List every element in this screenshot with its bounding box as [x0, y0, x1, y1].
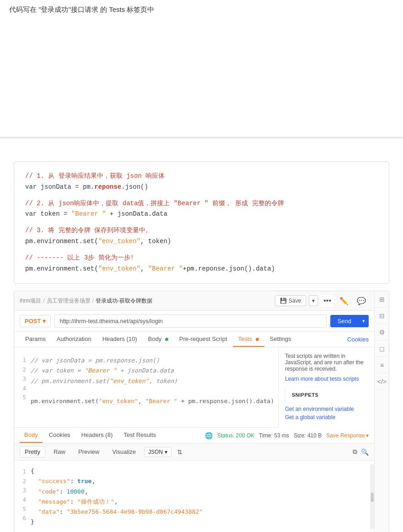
tab-tests-label: Tests [238, 335, 252, 342]
tests-dot [256, 338, 259, 341]
bottom-tab-test-results[interactable]: Test Results [119, 428, 161, 443]
snippets-title: SNIPPETS [285, 387, 381, 403]
side-icon-6[interactable]: </> [375, 373, 389, 390]
save-dropdown-button[interactable]: ▾ [309, 295, 318, 306]
snippet-link-2[interactable]: Get a global variable [285, 414, 368, 420]
article-header: 代码写在 "登录成功"接口请求 的 Tests 标签页中 [0, 0, 403, 18]
edit-icon-button[interactable]: ✏️ [337, 296, 351, 306]
json-row-6: } [31, 517, 371, 527]
cookies-link[interactable]: Cookies [347, 336, 369, 343]
status-200-ok: Status: 200 OK [217, 432, 254, 439]
dots-label: ••• [323, 297, 331, 304]
json-row-1: { [31, 466, 371, 476]
side-icon-4[interactable]: ◻ [375, 340, 389, 357]
postman-container: ihrm项目 / 员工管理业务场景 / 登录成功-获取令牌数据 💾 Save ▾… [14, 291, 389, 532]
save-button[interactable]: 💾 Save [275, 295, 306, 306]
test-hint-text: Test scripts are written in JavaScript, … [285, 353, 368, 372]
code-line-5: // 3. 将 完整的令牌 保存到环境变量中。 [25, 225, 378, 236]
test-script-editor[interactable]: 1 2 3 4 5 // var jsonData = pm.response.… [14, 347, 278, 428]
json-type-selector[interactable]: JSON ▾ [144, 447, 172, 457]
bottom-tab-body[interactable]: Body [20, 428, 43, 443]
send-wrapper: Send ▾ [330, 315, 369, 327]
snippet-link-1[interactable]: Get an environment variable [285, 406, 368, 412]
tab-body-label: Body [148, 335, 162, 342]
code-editor-line-3: // pm.environment.set("env_token", token… [31, 376, 278, 386]
tab-body[interactable]: Body [143, 332, 174, 347]
side-icon-5[interactable]: ≡ [375, 357, 389, 373]
tab-tests[interactable]: Tests [233, 332, 264, 347]
code-line-4: var token = "Bearer " + jsonData.data [25, 209, 378, 220]
spacer [0, 138, 403, 157]
learn-more-link[interactable]: Learn more about tests scripts [285, 376, 368, 382]
request-tabs: Params Authorization Headers (10) Body P… [14, 332, 374, 347]
method-select[interactable]: POST ▾ [20, 315, 51, 327]
tab-authorization[interactable]: Authorization [51, 332, 97, 347]
tab-settings[interactable]: Settings [264, 332, 297, 347]
url-input[interactable] [54, 314, 326, 328]
tab-prerequest[interactable]: Pre-request Script [174, 332, 233, 347]
response-size: Size: 410 B [294, 432, 322, 439]
json-row-4: "message": "操作成功！", [31, 497, 371, 507]
send-dropdown-button[interactable]: ▾ [359, 315, 369, 327]
breadcrumb: ihrm项目 / 员工管理业务场景 / 登录成功-获取令牌数据 [20, 297, 152, 305]
scroll-thumb[interactable] [371, 493, 374, 502]
save-label: Save [289, 298, 301, 304]
tab-params-label: Params [25, 335, 46, 342]
save-icon: 💾 [280, 298, 287, 304]
save-response-button[interactable]: Save Response ▾ [326, 432, 369, 439]
format-button[interactable]: ⇅ [177, 448, 183, 456]
body-dot [165, 338, 168, 341]
tab-headers[interactable]: Headers (10) [97, 332, 143, 347]
json-type-chevron: ▾ [165, 449, 167, 455]
breadcrumb-sep1: / [43, 298, 44, 304]
method-label: POST [25, 318, 41, 325]
postman-header: ihrm项目 / 员工管理业务场景 / 登录成功-获取令牌数据 💾 Save ▾… [14, 291, 374, 311]
breadcrumb-part2[interactable]: 员工管理业务场景 [47, 297, 91, 305]
more-options-button[interactable]: ••• [321, 295, 334, 307]
comment-icon-button[interactable]: 💬 [354, 296, 369, 306]
tab-authorization-label: Authorization [57, 335, 91, 342]
code-line-2: var jsonData = pm.reponse.json() [25, 182, 378, 193]
side-icon-3[interactable]: ⚙ [375, 324, 389, 340]
url-bar: POST ▾ Send ▾ [14, 311, 374, 332]
json-toolbar: Pretty Raw Preview Visualize JSON ▾ ⇅ ⧉ … [14, 443, 374, 461]
json-type-label: JSON [148, 449, 163, 455]
search-json-button[interactable]: 🔍 [361, 448, 369, 456]
json-row-3: "code": 10000, [31, 487, 371, 497]
method-dropdown-icon: ▾ [43, 318, 46, 325]
side-icon-2[interactable]: ⊟ [375, 308, 389, 324]
code-line-1: // 1. 从 登录响应结果中，获取 json 响应体 [25, 171, 378, 182]
code-line-7: // ------- 以上 3步 简化为一步! [25, 253, 378, 264]
bottom-tab-test-results-label: Test Results [124, 431, 156, 438]
response-status-area: 🌐 Status: 200 OK Time: 53 ms Size: 410 B… [205, 432, 369, 439]
tab-params[interactable]: Params [20, 332, 51, 347]
image-placeholder [0, 18, 403, 137]
tab-prerequest-label: Pre-request Script [179, 335, 227, 342]
editor-area: 1 2 3 4 5 // var jsonData = pm.response.… [14, 347, 374, 428]
code-explanation-block: // 1. 从 登录响应结果中，获取 json 响应体 var jsonData… [14, 161, 389, 284]
side-icon-1[interactable]: ⊞ [375, 291, 389, 308]
scrollbar[interactable] [371, 464, 374, 529]
save-response-chevron: ▾ [366, 432, 369, 439]
send-button[interactable]: Send [330, 315, 359, 327]
json-tab-raw[interactable]: Raw [49, 447, 70, 457]
bottom-tab-cookies[interactable]: Cookies [44, 428, 75, 443]
copy-json-button[interactable]: ⧉ [353, 448, 357, 456]
breadcrumb-part1[interactable]: ihrm项目 [20, 297, 41, 305]
globe-icon: 🌐 [205, 432, 213, 439]
code-line-3: // 2. 从 json响应体中，提取 data值，拼接上 "Bearer " … [25, 198, 378, 209]
breadcrumb-part3: 登录成功-获取令牌数据 [96, 297, 152, 305]
code-editor-line-4 [31, 386, 278, 396]
code-var-1: var [25, 183, 41, 191]
bottom-tab-body-label: Body [24, 431, 38, 438]
json-tab-visualize[interactable]: Visualize [107, 447, 140, 457]
tab-settings-label: Settings [270, 335, 291, 342]
json-tab-preview[interactable]: Preview [74, 447, 104, 457]
json-tab-pretty[interactable]: Pretty [20, 446, 45, 458]
code-line-8: pm.environment.set("env_token", "Bearer … [25, 264, 378, 275]
bottom-tab-headers[interactable]: Headers (8) [77, 428, 118, 443]
tab-headers-label: Headers (10) [102, 335, 137, 342]
side-icon-strip: ⊞ ⊟ ⚙ ◻ ≡ </> [374, 291, 389, 532]
breadcrumb-sep2: / [92, 298, 94, 304]
json-row-5: "data": "3b5ee756-5684-4e98-9b98-d067c49… [31, 507, 371, 517]
